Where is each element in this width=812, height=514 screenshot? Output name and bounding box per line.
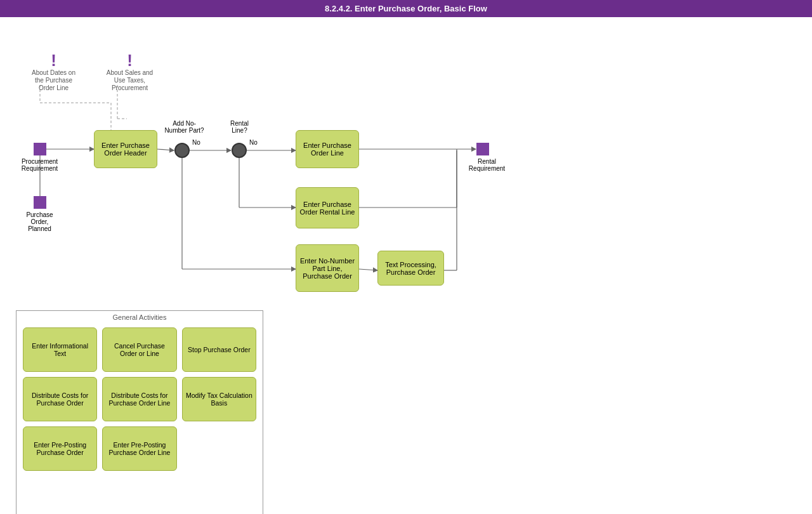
po-planned-label: Rental Requirement — [466, 158, 508, 172]
svg-line-2 — [157, 149, 174, 150]
text-processing-box[interactable]: Text Processing, Purchase Order — [377, 251, 444, 286]
gateway-rental-line — [232, 143, 247, 158]
note-about-dates: ! About Dates on the Purchase Order Line — [27, 52, 81, 91]
general-activities-grid: Enter Informational Text Cancel Purchase… — [16, 324, 263, 475]
enter-po-line-box[interactable]: Enter Purchase Order Line — [296, 130, 359, 168]
rental-requirement-label: Purchase Order, Planned — [19, 211, 60, 232]
ga-distribute-costs-po-line[interactable]: Distribute Costs for Purchase Order Line — [102, 377, 176, 421]
gateway-add-no-number-label: Add No-Number Part? — [164, 120, 205, 134]
gw1-no-label: No — [192, 139, 200, 146]
ga-cancel-po-or-line[interactable]: Cancel Purchase Order or Line — [102, 327, 176, 372]
procurement-requirement-event — [34, 143, 46, 155]
po-planned-event — [476, 143, 489, 155]
ga-modify-tax[interactable]: Modify Tax Calculation Basis — [182, 377, 256, 421]
ga-distribute-costs-po[interactable]: Distribute Costs for Purchase Order — [23, 377, 97, 421]
note-about-taxes: ! About Sales and Use Taxes, Procurement — [103, 52, 157, 91]
ga-enter-informational-text[interactable]: Enter Informational Text — [23, 327, 97, 372]
rental-requirement-event — [34, 196, 46, 209]
ga-enter-pre-posting-po[interactable]: Enter Pre-Posting Purchase Order — [23, 426, 97, 471]
enter-no-number-box[interactable]: Enter No-Number Part Line, Purchase Orde… — [296, 244, 359, 292]
ga-enter-pre-posting-po-line[interactable]: Enter Pre-Posting Purchase Order Line — [102, 426, 176, 471]
general-activities-label: General Activities — [16, 311, 263, 324]
procurement-requirement-label: Procurement Requirement — [16, 158, 63, 172]
title-bar: 8.2.4.2. Enter Purchase Order, Basic Flo… — [0, 0, 812, 17]
enter-po-rental-line-box[interactable]: Enter Purchase Order Rental Line — [296, 187, 359, 228]
ga-stop-po[interactable]: Stop Purchase Order — [182, 327, 256, 372]
gw2-no-label: No — [249, 139, 258, 146]
enter-po-header-box[interactable]: Enter Purchase Order Header — [94, 130, 157, 168]
general-activities-container: General Activities Enter Informational T… — [16, 310, 263, 514]
gateway-rental-line-label: Rental Line? — [222, 120, 257, 134]
page-title: 8.2.4.2. Enter Purchase Order, Basic Flo… — [325, 4, 487, 13]
gateway-add-no-number — [174, 143, 190, 158]
svg-line-12 — [359, 269, 377, 270]
main-content: ! About Dates on the Purchase Order Line… — [0, 17, 812, 513]
